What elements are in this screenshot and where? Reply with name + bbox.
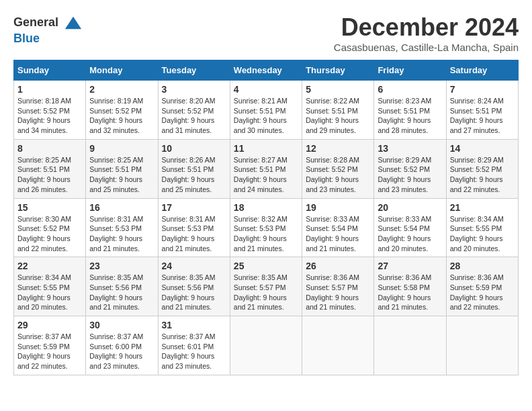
- daylight-label: Daylight: 9 hoursand 21 minutes.: [89, 234, 142, 253]
- daylight-label: Daylight: 9 hoursand 22 minutes.: [450, 293, 503, 312]
- sunrise-label: Sunrise: 8:31 AM: [162, 215, 216, 223]
- sunrise-label: Sunrise: 8:36 AM: [378, 273, 431, 281]
- sunset-label: Sunset: 5:56 PM: [89, 283, 142, 291]
- day-info: Sunrise: 8:22 AM Sunset: 5:51 PM Dayligh…: [306, 96, 370, 136]
- calendar-cell: 20 Sunrise: 8:33 AM Sunset: 5:54 PM Dayl…: [374, 198, 446, 257]
- sunset-label: Sunset: 5:52 PM: [162, 107, 214, 115]
- day-info: Sunrise: 8:21 AM Sunset: 5:51 PM Dayligh…: [234, 96, 298, 136]
- sunset-label: Sunset: 5:53 PM: [162, 224, 214, 232]
- weekday-header-wednesday: Wednesday: [230, 60, 302, 81]
- sunrise-label: Sunrise: 8:35 AM: [234, 273, 287, 281]
- sunrise-label: Sunrise: 8:31 AM: [89, 215, 143, 223]
- sunset-label: Sunset: 6:00 PM: [89, 342, 142, 351]
- day-info: Sunrise: 8:35 AM Sunset: 5:57 PM Dayligh…: [234, 273, 298, 312]
- sunrise-label: Sunrise: 8:25 AM: [17, 156, 71, 164]
- daylight-label: Daylight: 9 hoursand 21 minutes.: [306, 293, 359, 312]
- day-number: 19: [306, 202, 370, 213]
- sunset-label: Sunset: 5:59 PM: [450, 283, 502, 291]
- day-info: Sunrise: 8:36 AM Sunset: 5:59 PM Dayligh…: [450, 273, 515, 312]
- sunset-label: Sunset: 5:51 PM: [162, 165, 214, 173]
- calendar-cell: 4 Sunrise: 8:21 AM Sunset: 5:51 PM Dayli…: [230, 81, 302, 140]
- day-info: Sunrise: 8:35 AM Sunset: 5:56 PM Dayligh…: [89, 273, 154, 312]
- daylight-label: Daylight: 9 hoursand 24 minutes.: [234, 175, 287, 193]
- day-info: Sunrise: 8:25 AM Sunset: 5:51 PM Dayligh…: [17, 155, 82, 195]
- sunset-label: Sunset: 5:52 PM: [378, 165, 430, 173]
- calendar-cell: 7 Sunrise: 8:24 AM Sunset: 5:51 PM Dayli…: [446, 81, 518, 140]
- sunset-label: Sunset: 5:54 PM: [306, 224, 358, 232]
- calendar-cell: [374, 316, 446, 375]
- weekday-header-sunday: Sunday: [14, 60, 86, 81]
- daylight-label: Daylight: 9 hoursand 22 minutes.: [450, 175, 503, 193]
- calendar-cell: 19 Sunrise: 8:33 AM Sunset: 5:54 PM Dayl…: [302, 198, 374, 257]
- calendar-cell: 9 Sunrise: 8:25 AM Sunset: 5:51 PM Dayli…: [86, 139, 158, 198]
- daylight-label: Daylight: 9 hoursand 25 minutes.: [89, 175, 142, 193]
- day-number: 2: [89, 84, 154, 95]
- sunrise-label: Sunrise: 8:26 AM: [162, 156, 216, 164]
- day-info: Sunrise: 8:25 AM Sunset: 5:51 PM Dayligh…: [89, 155, 154, 195]
- day-info: Sunrise: 8:34 AM Sunset: 5:55 PM Dayligh…: [450, 214, 515, 254]
- sunrise-label: Sunrise: 8:22 AM: [306, 97, 359, 105]
- daylight-label: Daylight: 9 hoursand 29 minutes.: [306, 116, 359, 134]
- day-number: 9: [89, 143, 154, 154]
- logo-blue: Blue: [13, 32, 83, 46]
- calendar-cell: 6 Sunrise: 8:23 AM Sunset: 5:51 PM Dayli…: [374, 81, 446, 140]
- daylight-label: Daylight: 9 hoursand 21 minutes.: [306, 234, 359, 253]
- calendar-cell: 25 Sunrise: 8:35 AM Sunset: 5:57 PM Dayl…: [230, 257, 302, 316]
- daylight-label: Daylight: 9 hoursand 30 minutes.: [234, 116, 287, 134]
- page-header: General Blue December 2024 Casasbuenas, …: [13, 13, 519, 53]
- location-subtitle: Casasbuenas, Castille-La Mancha, Spain: [334, 42, 519, 53]
- calendar-cell: 27 Sunrise: 8:36 AM Sunset: 5:58 PM Dayl…: [374, 257, 446, 316]
- sunset-label: Sunset: 5:57 PM: [306, 283, 358, 291]
- day-number: 13: [378, 143, 442, 154]
- daylight-label: Daylight: 9 hoursand 21 minutes.: [378, 293, 431, 312]
- calendar-cell: [302, 316, 374, 375]
- sunset-label: Sunset: 5:55 PM: [17, 283, 70, 291]
- day-info: Sunrise: 8:36 AM Sunset: 5:57 PM Dayligh…: [306, 273, 370, 312]
- sunset-label: Sunset: 5:51 PM: [450, 107, 502, 115]
- day-number: 17: [162, 202, 226, 213]
- sunrise-label: Sunrise: 8:27 AM: [234, 156, 287, 164]
- day-number: 4: [234, 84, 298, 95]
- sunrise-label: Sunrise: 8:35 AM: [89, 273, 143, 281]
- sunset-label: Sunset: 5:51 PM: [89, 165, 142, 173]
- sunrise-label: Sunrise: 8:24 AM: [450, 97, 504, 105]
- calendar-cell: 22 Sunrise: 8:34 AM Sunset: 5:55 PM Dayl…: [14, 257, 86, 316]
- daylight-label: Daylight: 9 hoursand 23 minutes.: [378, 175, 431, 193]
- calendar-cell: 30 Sunrise: 8:37 AM Sunset: 6:00 PM Dayl…: [86, 316, 158, 375]
- calendar-cell: 26 Sunrise: 8:36 AM Sunset: 5:57 PM Dayl…: [302, 257, 374, 316]
- daylight-label: Daylight: 9 hoursand 34 minutes.: [17, 116, 71, 134]
- day-number: 31: [162, 320, 226, 330]
- calendar-cell: 15 Sunrise: 8:30 AM Sunset: 5:52 PM Dayl…: [14, 198, 86, 257]
- sunrise-label: Sunrise: 8:29 AM: [450, 156, 504, 164]
- weekday-header-tuesday: Tuesday: [158, 60, 230, 81]
- day-info: Sunrise: 8:30 AM Sunset: 5:52 PM Dayligh…: [17, 214, 82, 254]
- calendar-cell: [230, 316, 302, 375]
- day-number: 16: [89, 202, 154, 213]
- day-number: 22: [17, 261, 82, 271]
- day-info: Sunrise: 8:28 AM Sunset: 5:52 PM Dayligh…: [306, 155, 370, 195]
- day-info: Sunrise: 8:27 AM Sunset: 5:51 PM Dayligh…: [234, 155, 298, 195]
- sunset-label: Sunset: 5:52 PM: [306, 165, 358, 173]
- svg-marker-0: [65, 17, 81, 30]
- calendar-cell: 18 Sunrise: 8:32 AM Sunset: 5:53 PM Dayl…: [230, 198, 302, 257]
- sunset-label: Sunset: 5:55 PM: [450, 224, 502, 232]
- day-info: Sunrise: 8:29 AM Sunset: 5:52 PM Dayligh…: [378, 155, 442, 195]
- daylight-label: Daylight: 9 hoursand 22 minutes.: [17, 352, 71, 370]
- weekday-header-row: SundayMondayTuesdayWednesdayThursdayFrid…: [14, 60, 519, 81]
- day-number: 14: [450, 143, 515, 154]
- daylight-label: Daylight: 9 hoursand 22 minutes.: [17, 234, 71, 253]
- calendar-cell: 28 Sunrise: 8:36 AM Sunset: 5:59 PM Dayl…: [446, 257, 518, 316]
- day-number: 10: [162, 143, 226, 154]
- day-number: 23: [89, 261, 154, 271]
- sunrise-label: Sunrise: 8:30 AM: [17, 215, 71, 223]
- day-number: 20: [378, 202, 442, 213]
- sunrise-label: Sunrise: 8:32 AM: [234, 215, 287, 223]
- day-number: 27: [378, 261, 442, 271]
- day-number: 28: [450, 261, 515, 271]
- calendar-table: SundayMondayTuesdayWednesdayThursdayFrid…: [13, 60, 519, 375]
- sunrise-label: Sunrise: 8:37 AM: [162, 332, 216, 340]
- sunrise-label: Sunrise: 8:20 AM: [162, 97, 216, 105]
- daylight-label: Daylight: 9 hoursand 21 minutes.: [234, 293, 287, 312]
- daylight-label: Daylight: 9 hoursand 23 minutes.: [89, 352, 142, 370]
- sunrise-label: Sunrise: 8:34 AM: [450, 215, 504, 223]
